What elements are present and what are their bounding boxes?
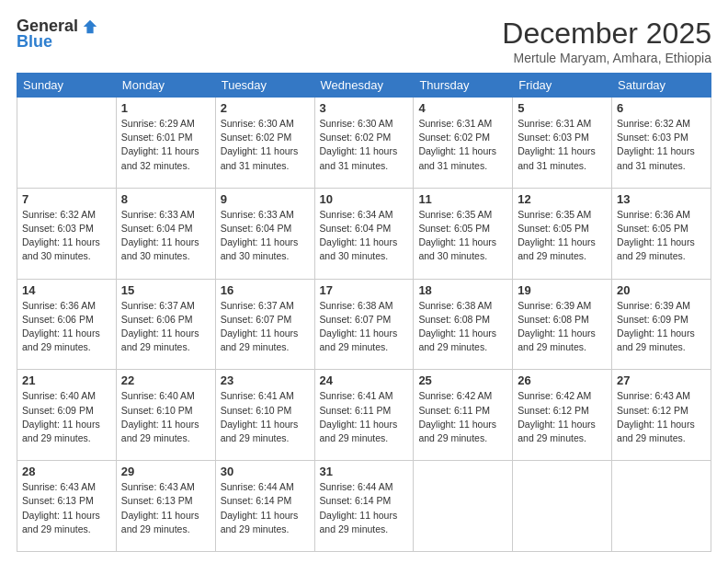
day-number: 18 <box>418 283 507 297</box>
day-number: 3 <box>320 101 409 115</box>
day-info: Sunrise: 6:41 AM Sunset: 6:10 PM Dayligh… <box>221 389 310 445</box>
calendar-cell: 9Sunrise: 6:33 AM Sunset: 6:04 PM Daylig… <box>215 188 314 279</box>
calendar-cell: 17Sunrise: 6:38 AM Sunset: 6:07 PM Dayli… <box>314 279 414 370</box>
day-info: Sunrise: 6:42 AM Sunset: 6:12 PM Dayligh… <box>518 389 607 445</box>
day-number: 13 <box>617 192 706 206</box>
day-info: Sunrise: 6:34 AM Sunset: 6:04 PM Dayligh… <box>320 208 409 264</box>
calendar-cell: 25Sunrise: 6:42 AM Sunset: 6:11 PM Dayli… <box>414 370 513 461</box>
calendar-cell: 10Sunrise: 6:34 AM Sunset: 6:04 PM Dayli… <box>314 188 414 279</box>
month-title: December 2025 <box>502 17 711 51</box>
day-number: 10 <box>320 192 409 206</box>
header: General Blue December 2025 Mertule Marya… <box>17 17 711 65</box>
day-info: Sunrise: 6:36 AM Sunset: 6:05 PM Dayligh… <box>617 208 706 264</box>
day-info: Sunrise: 6:44 AM Sunset: 6:14 PM Dayligh… <box>320 480 409 536</box>
calendar-cell: 12Sunrise: 6:35 AM Sunset: 6:05 PM Dayli… <box>513 188 612 279</box>
day-info: Sunrise: 6:43 AM Sunset: 6:13 PM Dayligh… <box>121 480 210 536</box>
day-info: Sunrise: 6:40 AM Sunset: 6:10 PM Dayligh… <box>121 389 210 445</box>
day-info: Sunrise: 6:37 AM Sunset: 6:07 PM Dayligh… <box>221 299 310 355</box>
day-info: Sunrise: 6:36 AM Sunset: 6:06 PM Dayligh… <box>22 299 111 355</box>
calendar-cell: 23Sunrise: 6:41 AM Sunset: 6:10 PM Dayli… <box>215 370 314 461</box>
day-info: Sunrise: 6:35 AM Sunset: 6:05 PM Dayligh… <box>518 208 607 264</box>
day-info: Sunrise: 6:41 AM Sunset: 6:11 PM Dayligh… <box>320 389 409 445</box>
day-number: 7 <box>22 192 111 206</box>
calendar: SundayMondayTuesdayWednesdayThursdayFrid… <box>17 73 711 552</box>
weekday-thursday: Thursday <box>414 74 513 98</box>
day-info: Sunrise: 6:44 AM Sunset: 6:14 PM Dayligh… <box>221 480 310 536</box>
calendar-cell: 22Sunrise: 6:40 AM Sunset: 6:10 PM Dayli… <box>116 370 215 461</box>
logo: General Blue <box>17 17 98 52</box>
calendar-cell: 11Sunrise: 6:35 AM Sunset: 6:05 PM Dayli… <box>414 188 513 279</box>
calendar-cell: 7Sunrise: 6:32 AM Sunset: 6:03 PM Daylig… <box>17 188 117 279</box>
day-info: Sunrise: 6:39 AM Sunset: 6:08 PM Dayligh… <box>518 299 607 355</box>
calendar-cell: 1Sunrise: 6:29 AM Sunset: 6:01 PM Daylig… <box>116 98 215 189</box>
day-number: 22 <box>121 373 210 387</box>
day-info: Sunrise: 6:33 AM Sunset: 6:04 PM Dayligh… <box>221 208 310 264</box>
day-info: Sunrise: 6:35 AM Sunset: 6:05 PM Dayligh… <box>418 208 507 264</box>
day-info: Sunrise: 6:40 AM Sunset: 6:09 PM Dayligh… <box>22 389 111 445</box>
calendar-cell: 8Sunrise: 6:33 AM Sunset: 6:04 PM Daylig… <box>116 188 215 279</box>
calendar-cell: 5Sunrise: 6:31 AM Sunset: 6:03 PM Daylig… <box>513 98 612 189</box>
week-row-4: 21Sunrise: 6:40 AM Sunset: 6:09 PM Dayli… <box>17 370 711 461</box>
calendar-cell: 27Sunrise: 6:43 AM Sunset: 6:12 PM Dayli… <box>612 370 711 461</box>
day-info: Sunrise: 6:31 AM Sunset: 6:03 PM Dayligh… <box>518 117 607 173</box>
day-info: Sunrise: 6:43 AM Sunset: 6:12 PM Dayligh… <box>617 389 706 445</box>
day-number: 4 <box>418 101 507 115</box>
day-number: 17 <box>320 283 409 297</box>
week-row-3: 14Sunrise: 6:36 AM Sunset: 6:06 PM Dayli… <box>17 279 711 370</box>
day-number: 14 <box>22 283 111 297</box>
weekday-tuesday: Tuesday <box>215 74 314 98</box>
calendar-cell <box>17 98 117 189</box>
logo-blue: Blue <box>17 32 52 52</box>
day-info: Sunrise: 6:31 AM Sunset: 6:02 PM Dayligh… <box>418 117 507 173</box>
day-info: Sunrise: 6:29 AM Sunset: 6:01 PM Dayligh… <box>121 117 210 173</box>
calendar-cell <box>513 461 612 552</box>
page: General Blue December 2025 Mertule Marya… <box>0 0 728 563</box>
day-number: 23 <box>221 373 310 387</box>
calendar-cell: 19Sunrise: 6:39 AM Sunset: 6:08 PM Dayli… <box>513 279 612 370</box>
day-info: Sunrise: 6:43 AM Sunset: 6:13 PM Dayligh… <box>22 480 111 536</box>
calendar-cell: 2Sunrise: 6:30 AM Sunset: 6:02 PM Daylig… <box>215 98 314 189</box>
calendar-cell: 21Sunrise: 6:40 AM Sunset: 6:09 PM Dayli… <box>17 370 117 461</box>
day-info: Sunrise: 6:38 AM Sunset: 6:08 PM Dayligh… <box>418 299 507 355</box>
calendar-cell: 16Sunrise: 6:37 AM Sunset: 6:07 PM Dayli… <box>215 279 314 370</box>
calendar-cell: 29Sunrise: 6:43 AM Sunset: 6:13 PM Dayli… <box>116 461 215 552</box>
calendar-cell: 13Sunrise: 6:36 AM Sunset: 6:05 PM Dayli… <box>612 188 711 279</box>
day-number: 9 <box>221 192 310 206</box>
calendar-cell: 6Sunrise: 6:32 AM Sunset: 6:03 PM Daylig… <box>612 98 711 189</box>
calendar-cell <box>414 461 513 552</box>
calendar-cell: 20Sunrise: 6:39 AM Sunset: 6:09 PM Dayli… <box>612 279 711 370</box>
calendar-cell: 15Sunrise: 6:37 AM Sunset: 6:06 PM Dayli… <box>116 279 215 370</box>
day-number: 29 <box>121 465 210 478</box>
day-number: 20 <box>617 283 706 297</box>
calendar-cell: 28Sunrise: 6:43 AM Sunset: 6:13 PM Dayli… <box>17 461 117 552</box>
logo-icon <box>82 18 98 35</box>
day-number: 2 <box>221 101 310 115</box>
calendar-cell: 26Sunrise: 6:42 AM Sunset: 6:12 PM Dayli… <box>513 370 612 461</box>
weekday-friday: Friday <box>513 74 612 98</box>
calendar-cell <box>612 461 711 552</box>
day-number: 16 <box>221 283 310 297</box>
title-block: December 2025 Mertule Maryam, Amhara, Et… <box>502 17 711 65</box>
calendar-cell: 24Sunrise: 6:41 AM Sunset: 6:11 PM Dayli… <box>314 370 414 461</box>
calendar-cell: 18Sunrise: 6:38 AM Sunset: 6:08 PM Dayli… <box>414 279 513 370</box>
weekday-saturday: Saturday <box>612 74 711 98</box>
day-number: 12 <box>518 192 607 206</box>
day-number: 11 <box>418 192 507 206</box>
day-number: 5 <box>518 101 607 115</box>
calendar-cell: 3Sunrise: 6:30 AM Sunset: 6:02 PM Daylig… <box>314 98 414 189</box>
day-number: 6 <box>617 101 706 115</box>
day-number: 25 <box>418 373 507 387</box>
weekday-monday: Monday <box>116 74 215 98</box>
calendar-cell: 14Sunrise: 6:36 AM Sunset: 6:06 PM Dayli… <box>17 279 117 370</box>
day-number: 31 <box>320 465 409 478</box>
day-number: 21 <box>22 373 111 387</box>
day-info: Sunrise: 6:39 AM Sunset: 6:09 PM Dayligh… <box>617 299 706 355</box>
day-number: 27 <box>617 373 706 387</box>
day-info: Sunrise: 6:30 AM Sunset: 6:02 PM Dayligh… <box>221 117 310 173</box>
day-number: 30 <box>221 465 310 478</box>
weekday-wednesday: Wednesday <box>314 74 414 98</box>
week-row-2: 7Sunrise: 6:32 AM Sunset: 6:03 PM Daylig… <box>17 188 711 279</box>
day-number: 26 <box>518 373 607 387</box>
day-info: Sunrise: 6:30 AM Sunset: 6:02 PM Dayligh… <box>320 117 409 173</box>
location: Mertule Maryam, Amhara, Ethiopia <box>502 51 711 65</box>
